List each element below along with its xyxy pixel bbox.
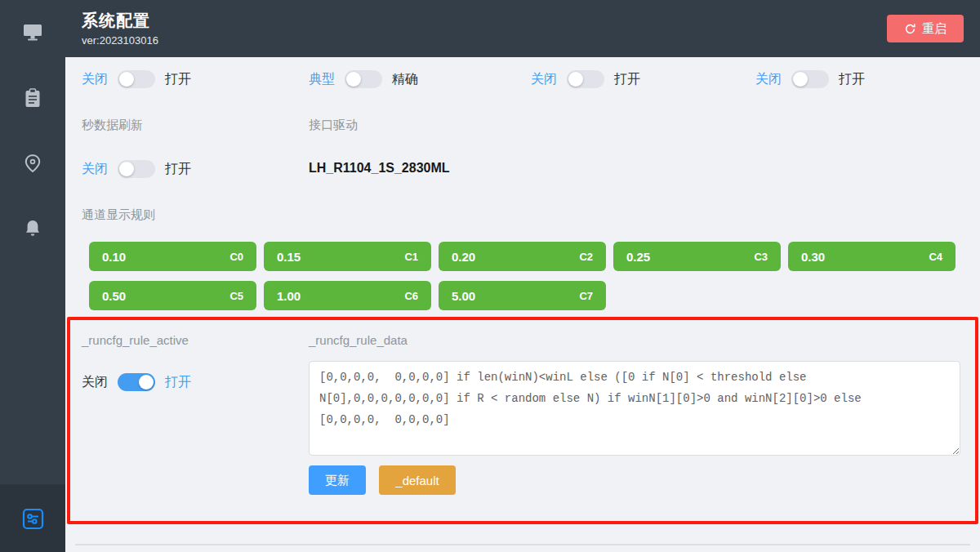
channel-id: C4 bbox=[929, 251, 942, 263]
toggle-left-label: 关闭 bbox=[531, 69, 557, 89]
restart-button[interactable]: 重启 bbox=[887, 15, 964, 42]
monitor-icon bbox=[23, 23, 42, 45]
driver-value-text: LH_R1104_1S_2830ML bbox=[309, 161, 450, 176]
channel-button-c2[interactable]: 0.20 C2 bbox=[439, 242, 606, 271]
sidebar-item-monitor[interactable] bbox=[0, 23, 65, 45]
bell-icon bbox=[24, 219, 42, 242]
seconds-refresh-label: 秒数据刷新 bbox=[82, 118, 143, 133]
seconds-refresh-toggle: 关闭 打开 bbox=[82, 159, 191, 179]
toggle-switch[interactable] bbox=[118, 373, 155, 391]
toggle-group-4: 关闭 打开 bbox=[755, 69, 865, 89]
toggle-right-label: 精确 bbox=[392, 69, 418, 89]
switch-knob bbox=[346, 72, 361, 87]
sidebar-bottom-section bbox=[0, 484, 65, 552]
sidebar-item-location[interactable] bbox=[0, 154, 65, 176]
channel-value: 0.30 bbox=[801, 250, 825, 264]
channel-rules-label: 通道显示规则 bbox=[82, 207, 155, 223]
location-pin-icon bbox=[24, 154, 42, 176]
toggle-left-label: 关闭 bbox=[82, 372, 108, 392]
switch-knob bbox=[568, 72, 583, 87]
main-content: 关闭 打开 典型 精确 关闭 打开 关闭 打开 秒数据刷新 接口驱动 关闭 打开… bbox=[65, 57, 980, 552]
top-header-bar: 系统配置 ver:2023103016 重启 bbox=[0, 0, 980, 57]
channel-value: 0.15 bbox=[277, 250, 301, 264]
toggle-right-label: 打开 bbox=[165, 69, 191, 89]
toggle-left-label: 典型 bbox=[309, 69, 335, 89]
version-text: ver:2023103016 bbox=[82, 34, 158, 47]
toggle-switch[interactable] bbox=[567, 70, 604, 88]
refresh-icon bbox=[904, 23, 916, 35]
sidebar-item-settings-active[interactable] bbox=[0, 508, 65, 533]
toggle-group-3: 关闭 打开 bbox=[531, 69, 640, 89]
toggle-left-label: 关闭 bbox=[755, 69, 782, 89]
toggle-left-label: 关闭 bbox=[82, 69, 108, 89]
toggle-switch[interactable] bbox=[118, 160, 155, 178]
sidebar-item-tasks[interactable] bbox=[0, 88, 65, 111]
switch-knob bbox=[793, 72, 808, 87]
toggle-switch[interactable] bbox=[791, 70, 829, 88]
channel-button-c6[interactable]: 1.00 C6 bbox=[264, 281, 431, 310]
channel-id: C2 bbox=[579, 251, 593, 263]
clipboard-icon bbox=[24, 88, 41, 111]
runcfg-rule-data-label: _runcfg_rule_data bbox=[309, 333, 408, 347]
toggle-group-1: 关闭 打开 bbox=[82, 69, 191, 89]
channel-id: C5 bbox=[229, 290, 243, 302]
runcfg-rule-active-label: _runcfg_rule_active bbox=[82, 333, 189, 347]
channel-button-c5[interactable]: 0.50 C5 bbox=[89, 281, 256, 310]
channel-id: C0 bbox=[229, 251, 243, 263]
channel-value: 0.20 bbox=[452, 250, 475, 264]
default-button[interactable]: _default bbox=[379, 465, 456, 495]
switch-knob bbox=[119, 72, 134, 87]
toggle-switch[interactable] bbox=[345, 70, 382, 88]
channel-id: C1 bbox=[404, 251, 418, 263]
interface-driver-label: 接口驱动 bbox=[309, 118, 358, 133]
toggle-left-label: 关闭 bbox=[82, 159, 108, 179]
channel-value: 0.10 bbox=[102, 250, 126, 264]
channel-value: 0.50 bbox=[102, 289, 126, 303]
update-button[interactable]: 更新 bbox=[309, 465, 366, 495]
channel-value: 1.00 bbox=[277, 289, 301, 303]
toggle-right-label: 打开 bbox=[614, 69, 640, 89]
toggle-switch[interactable] bbox=[118, 70, 155, 88]
channel-button-c7[interactable]: 5.00 C7 bbox=[439, 281, 606, 310]
channel-button-c1[interactable]: 0.15 C1 bbox=[264, 242, 431, 271]
channel-id: C6 bbox=[404, 290, 418, 302]
sidebar-item-alerts[interactable] bbox=[0, 219, 65, 242]
section-divider bbox=[75, 544, 970, 545]
channel-value: 5.00 bbox=[452, 289, 475, 303]
toggle-right-label: 打开 bbox=[839, 69, 865, 89]
runcfg-rule-active-toggle: 关闭 打开 bbox=[82, 372, 191, 392]
switch-knob bbox=[139, 375, 154, 390]
channel-id: C3 bbox=[754, 251, 768, 263]
toggle-right-label: 打开 bbox=[165, 372, 191, 392]
sliders-icon bbox=[22, 508, 44, 533]
channel-button-c0[interactable]: 0.10 C0 bbox=[89, 242, 256, 271]
page-title: 系统配置 bbox=[82, 10, 150, 32]
sidebar bbox=[0, 0, 65, 552]
channel-value: 0.25 bbox=[626, 250, 650, 264]
runcfg-rule-data-textarea[interactable]: [0,0,0,0, 0,0,0,0] if len(winN)<winL els… bbox=[309, 361, 960, 456]
switch-knob bbox=[119, 162, 134, 176]
restart-button-label: 重启 bbox=[922, 21, 947, 37]
channel-id: C7 bbox=[579, 290, 593, 302]
channel-button-c3[interactable]: 0.25 C3 bbox=[613, 242, 781, 271]
toggle-group-2: 典型 精确 bbox=[309, 69, 418, 89]
toggle-right-label: 打开 bbox=[165, 159, 191, 179]
channel-button-c4[interactable]: 0.30 C4 bbox=[788, 242, 956, 271]
